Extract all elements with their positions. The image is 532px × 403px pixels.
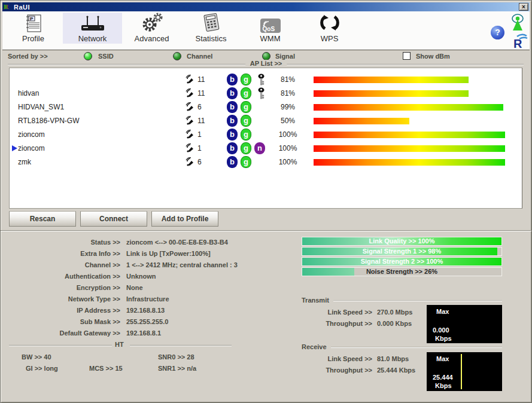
close-button[interactable]: × xyxy=(519,3,528,11)
mode-n-badge: n xyxy=(254,142,265,154)
ht-divider-left xyxy=(9,345,112,346)
tab-wmm[interactable]: QoS WMM xyxy=(241,13,300,44)
tab-network[interactable]: Network xyxy=(63,13,122,44)
sort-channel-radio[interactable] xyxy=(173,52,181,60)
mode-b-badge: b xyxy=(227,156,238,168)
tab-advanced-label: Advanced xyxy=(122,34,181,43)
ap-channel: 6 xyxy=(197,158,202,166)
status-row: Status >>zioncom <--> 00-0E-E8-E9-B3-B4 xyxy=(1,237,228,248)
rx-throughput-graph: Max 25.444 Kbps xyxy=(427,352,502,391)
mode-b-badge: b xyxy=(227,87,238,99)
tab-wps-label: WPS xyxy=(300,34,359,43)
tab-advanced[interactable]: Advanced xyxy=(122,13,181,44)
tab-wmm-label: WMM xyxy=(241,34,300,43)
add-to-profile-button[interactable]: Add to Profile xyxy=(151,211,218,227)
selected-arrow-icon xyxy=(12,145,17,151)
mode-g-badge: g xyxy=(241,142,251,154)
mode-g-badge: g xyxy=(241,74,251,86)
radio-status-icon[interactable] xyxy=(509,14,527,32)
ap-list-header: AP List >> xyxy=(245,60,287,67)
noise-strength-bar: Noise Strength >> 26% xyxy=(302,267,502,276)
ap-signal-percent: 81% xyxy=(273,75,303,84)
ap-channel: 6 xyxy=(197,103,202,111)
tab-wps[interactable]: WPS xyxy=(300,13,359,44)
ap-signal-bar xyxy=(314,104,505,111)
key-icon xyxy=(257,87,265,100)
sort-signal-radio[interactable] xyxy=(262,52,270,60)
ap-row[interactable]: zioncom 1 b g n 100% xyxy=(10,128,522,142)
ap-channel: 11 xyxy=(197,89,205,97)
help-button[interactable]: ? xyxy=(491,26,504,39)
link-quality-bar: Link Quality >> 100% xyxy=(302,237,502,246)
sort-ssid-radio[interactable] xyxy=(84,52,92,60)
tab-profile[interactable]: P Profile xyxy=(4,13,63,44)
ap-row[interactable]: zioncom 1 b g n 100% xyxy=(10,142,522,155)
toolbar: P Profile Network Advanced Statistics Qo… xyxy=(2,11,530,50)
show-dbm-checkbox[interactable] xyxy=(403,52,411,60)
ap-signal-bar xyxy=(314,77,505,83)
ap-list: 11 b g n 81% hidvan 11 b g n 81% HIDVAN_… xyxy=(9,68,522,209)
tx-link-speed: Link Speed >>270.0 Mbps xyxy=(302,307,412,318)
status-row: Sub Mask >>255.255.255.0 xyxy=(1,316,168,328)
status-row: Extra Info >>Link is Up [TxPower:100%] xyxy=(1,248,211,259)
mode-g-badge: g xyxy=(241,156,251,168)
ap-ssid: zioncom xyxy=(18,144,45,152)
ap-ssid: zmk xyxy=(18,158,31,166)
raui-window: R RaUI × P Profile Network Advanced xyxy=(0,0,532,403)
svg-text:P: P xyxy=(30,16,34,22)
rescan-button[interactable]: Rescan xyxy=(9,211,76,227)
sort-ssid-label: SSID xyxy=(98,50,114,62)
signal-strength-2-bar: Signal Strength 2 >> 100% xyxy=(302,257,502,266)
ht-header: HT xyxy=(115,341,124,348)
sorted-by-label: Sorted by >> xyxy=(8,50,48,62)
app-logo-icon: R xyxy=(4,4,11,11)
ap-channel: 11 xyxy=(197,117,205,125)
window-title: RaUI xyxy=(14,4,30,11)
signal-strength-1-bar: Signal Strength 1 >> 98% xyxy=(302,247,502,256)
network-icon xyxy=(63,13,122,33)
mode-b-badge: b xyxy=(227,142,238,154)
ap-signal-percent: 81% xyxy=(273,89,303,97)
ap-row[interactable]: 11 b g n 81% xyxy=(10,73,522,87)
ap-channel: 1 xyxy=(197,130,202,139)
ap-signal-percent: 50% xyxy=(273,117,303,125)
ap-ssid: HIDVAN_SW1 xyxy=(18,103,64,111)
transmit-header: Transmit xyxy=(302,297,329,304)
connect-button[interactable]: Connect xyxy=(80,211,147,227)
ap-signal-percent: 100% xyxy=(273,158,303,166)
mode-b-badge: b xyxy=(227,115,238,127)
ap-channel: 11 xyxy=(197,75,205,84)
ap-signal-percent: 100% xyxy=(273,130,303,139)
status-row: Default Gateway >>192.168.8.1 xyxy=(1,328,161,339)
tab-profile-label: Profile xyxy=(4,34,63,43)
ht-divider-right xyxy=(130,345,232,346)
ap-row[interactable]: RTL8186-VPN-GW 11 b g n 50% xyxy=(10,114,522,128)
channel-icon xyxy=(186,75,195,84)
ap-row[interactable]: zmk 6 b g n 100% xyxy=(10,155,522,169)
ht-bw: BW >> 40 xyxy=(22,353,51,361)
ralink-logo: R xyxy=(509,32,530,50)
section-divider xyxy=(1,230,531,231)
profile-icon: P xyxy=(4,13,63,33)
transmit-line xyxy=(333,300,502,301)
ht-mcs: MCS >> 15 xyxy=(89,365,123,372)
ap-row[interactable]: hidvan 11 b g n 81% xyxy=(10,87,522,100)
rx-throughput: Throughput >>25.444 Kbps xyxy=(302,365,415,376)
channel-icon xyxy=(186,102,195,112)
ht-snr1: SNR1 >> n/a xyxy=(158,365,196,372)
wps-icon xyxy=(300,13,359,33)
tab-statistics-label: Statistics xyxy=(181,34,241,43)
tab-statistics[interactable]: Statistics xyxy=(181,13,241,44)
status-row: Encryption >>None xyxy=(1,282,143,294)
ap-row[interactable]: HIDVAN_SW1 6 b g n 99% xyxy=(10,100,522,114)
advanced-icon xyxy=(122,13,181,33)
rx-link-speed: Link Speed >>81.0 Mbps xyxy=(302,353,409,365)
status-row: IP Address >>192.168.8.13 xyxy=(1,305,165,316)
mode-b-badge: b xyxy=(227,74,238,86)
show-dbm-label: Show dBm xyxy=(416,50,450,62)
tx-throughput: Throughput >>0.000 Kbps xyxy=(302,318,412,329)
ht-snr0: SNR0 >> 28 xyxy=(158,353,194,361)
ap-signal-bar xyxy=(314,118,505,124)
rx-graph-marker xyxy=(461,354,462,389)
ap-channel: 1 xyxy=(197,144,202,152)
